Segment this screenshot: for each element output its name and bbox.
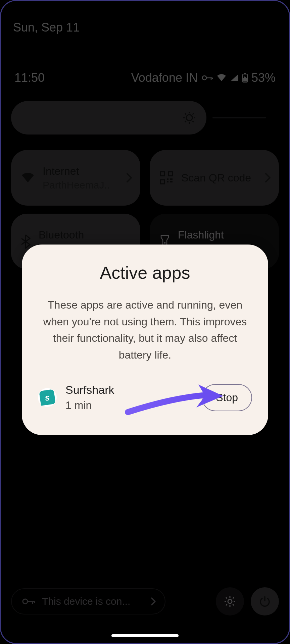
panel-title: Active apps bbox=[38, 263, 252, 283]
active-apps-panel: Active apps These apps are active and ru… bbox=[22, 245, 268, 435]
svg-rect-12 bbox=[171, 178, 173, 180]
vpn-key-icon bbox=[22, 597, 35, 605]
gear-icon bbox=[223, 595, 237, 608]
svg-rect-11 bbox=[170, 181, 173, 182]
device-status-label: This device is con... bbox=[42, 596, 144, 607]
time-label: 11:50 bbox=[14, 71, 45, 85]
battery-pct: 53% bbox=[251, 71, 276, 85]
svg-point-4 bbox=[186, 115, 192, 121]
brightness-track[interactable] bbox=[212, 117, 266, 118]
chevron-right-icon bbox=[151, 597, 156, 606]
chevron-right-icon bbox=[265, 173, 271, 183]
carrier-label: Vodafone IN bbox=[131, 71, 198, 85]
svg-rect-6 bbox=[168, 172, 173, 176]
svg-rect-8 bbox=[167, 178, 168, 180]
power-icon bbox=[259, 595, 271, 607]
app-duration: 1 min bbox=[65, 399, 193, 412]
vpn-key-icon bbox=[202, 74, 213, 81]
svg-rect-7 bbox=[160, 180, 164, 184]
app-name: Surfshark bbox=[65, 383, 193, 396]
battery-icon bbox=[242, 73, 248, 83]
tile-title: Flashlight bbox=[178, 229, 271, 241]
bluetooth-icon bbox=[21, 234, 31, 249]
tile-sub: ParthHeemaJ.. bbox=[43, 179, 118, 191]
tile-title: Internet bbox=[43, 165, 118, 177]
tile-scan-qr[interactable]: Scan QR code bbox=[150, 150, 279, 206]
tile-title: Bluetooth bbox=[39, 229, 132, 241]
tile-internet[interactable]: Internet ParthHeemaJ.. bbox=[11, 150, 140, 206]
svg-point-15 bbox=[228, 599, 232, 603]
brightness-slider[interactable] bbox=[11, 101, 206, 135]
svg-point-0 bbox=[202, 76, 206, 80]
qr-icon bbox=[160, 171, 173, 184]
wifi-icon bbox=[21, 172, 35, 183]
stop-button[interactable]: Stop bbox=[202, 384, 252, 411]
svg-rect-10 bbox=[167, 181, 168, 182]
power-button[interactable] bbox=[251, 587, 279, 615]
brightness-icon bbox=[182, 111, 196, 125]
svg-rect-9 bbox=[170, 178, 171, 180]
svg-point-14 bbox=[23, 599, 28, 604]
svg-rect-5 bbox=[160, 172, 164, 176]
device-status-chip[interactable]: This device is con... bbox=[11, 588, 165, 614]
nav-handle[interactable] bbox=[111, 634, 179, 637]
status-bar: 11:50 Vodafone IN 53% bbox=[11, 71, 279, 85]
chevron-right-icon bbox=[126, 173, 132, 183]
date-label: Sun, Sep 11 bbox=[11, 1, 279, 35]
tile-title: Scan QR code bbox=[181, 172, 257, 184]
svg-rect-2 bbox=[244, 73, 246, 74]
wifi-icon bbox=[216, 74, 227, 82]
settings-button[interactable] bbox=[216, 587, 244, 615]
svg-point-13 bbox=[164, 242, 166, 244]
active-app-row: s Surfshark 1 min Stop bbox=[38, 383, 252, 412]
panel-description: These apps are active and running, even … bbox=[38, 297, 252, 363]
app-icon-surfshark: s bbox=[38, 388, 57, 407]
signal-icon bbox=[230, 74, 239, 82]
